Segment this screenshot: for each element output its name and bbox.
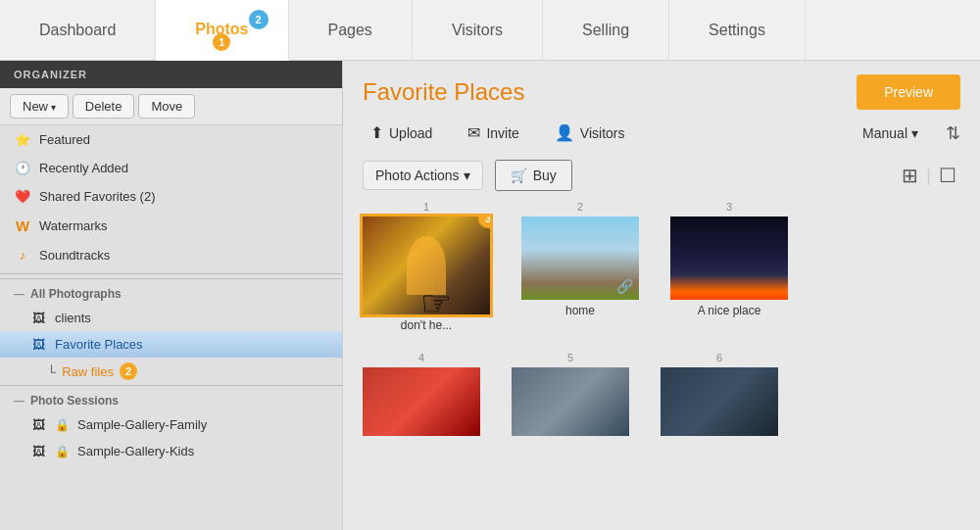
sort-icon[interactable]: ⇅: [946, 122, 960, 144]
move-button[interactable]: Move: [138, 94, 195, 119]
nav-tab-visitors[interactable]: Visitors: [413, 0, 543, 60]
delete-button[interactable]: Delete: [73, 94, 135, 119]
lock-icon: 🔒: [55, 445, 70, 458]
nav-tab-visitors-label: Visitors: [452, 22, 503, 39]
watermarks-icon: W: [14, 217, 31, 234]
main-content: Favorite Places Preview ⬆ Upload ✉ Invit…: [343, 61, 980, 530]
photo-grid-row-2: 4 5 6: [343, 352, 980, 440]
photo-thumb-6[interactable]: [661, 367, 778, 436]
all-photographs-section: — All Photographs: [0, 278, 342, 305]
page-title: Favorite Places: [363, 78, 524, 106]
photo-cell-2: 2 🔗 home: [521, 201, 639, 332]
heart-icon: ❤️: [14, 189, 31, 204]
gallery-icon: 🖼: [29, 444, 47, 458]
nav-tab-dashboard[interactable]: Dashboard: [0, 0, 156, 60]
photo-cell-3: 3 A nice place: [670, 201, 788, 332]
manual-dropdown[interactable]: Manual ▾: [862, 125, 918, 141]
collapse-icon: —: [14, 288, 24, 300]
nav-tab-selling-label: Selling: [582, 22, 629, 39]
main-layout: ORGANIZER New Delete Move ⭐ Featured 🕐 R…: [0, 61, 980, 530]
sidebar: ORGANIZER New Delete Move ⭐ Featured 🕐 R…: [0, 61, 343, 530]
sidebar-item-recently-added[interactable]: 🕐 Recently Added: [0, 154, 342, 182]
top-navigation: Dashboard Photos 2 1 Pages Visitors Sell…: [0, 0, 980, 61]
sidebar-item-sample-kids[interactable]: 🖼 🔒 Sample-Gallery-Kids: [0, 438, 342, 464]
photo-thumb-1[interactable]: 3 ☞: [363, 217, 490, 314]
single-view-icon[interactable]: ☐: [935, 160, 960, 191]
gallery-icon: 🖼: [29, 337, 47, 352]
photos-badge: 2: [249, 10, 269, 29]
photo-thumb-2[interactable]: 🔗: [521, 217, 639, 300]
sidebar-item-sample-family[interactable]: 🖼 🔒 Sample-Gallery-Family: [0, 411, 342, 438]
buy-button[interactable]: 🛒 Buy: [495, 160, 572, 191]
photo-cell-6: 6: [661, 352, 778, 440]
photo-sessions-section: — Photo Sessions: [0, 385, 342, 411]
nav-tab-settings[interactable]: Settings: [669, 0, 806, 60]
main-toolbar: ⬆ Upload ✉ Invite 👤 Visitors Manual ▾ ⇅: [343, 120, 980, 156]
sidebar-item-featured[interactable]: ⭐ Featured: [0, 125, 342, 154]
cart-icon: 🛒: [511, 168, 527, 183]
sidebar-item-raw-files[interactable]: └ Raw files 2: [0, 358, 342, 385]
gallery-icon: 🖼: [29, 417, 47, 432]
sidebar-item-shared-favorites[interactable]: ❤️ Shared Favorites (2): [0, 182, 342, 211]
visitors-button[interactable]: 👤 Visitors: [547, 120, 633, 146]
nav-tab-dashboard-label: Dashboard: [39, 22, 116, 39]
photo-thumb-5[interactable]: [512, 367, 629, 436]
photo-cell-5: 5: [512, 352, 629, 440]
photo-actions-button[interactable]: Photo Actions ▾: [363, 161, 483, 190]
chevron-down-icon: ▾: [911, 125, 918, 141]
nav-tab-pages[interactable]: Pages: [289, 0, 413, 60]
link-icon: 🔗: [616, 278, 633, 294]
sidebar-item-clients[interactable]: 🖼 clients: [0, 305, 342, 331]
step-2-badge: 2: [120, 362, 137, 380]
photo-thumb-4[interactable]: [363, 367, 480, 436]
sidebar-toolbar: New Delete Move: [0, 88, 342, 125]
new-button[interactable]: New: [10, 94, 69, 119]
nav-tab-selling[interactable]: Selling: [543, 0, 669, 60]
upload-icon: ⬆: [370, 123, 383, 142]
sidebar-item-soundtracks[interactable]: ♪ Soundtracks: [0, 241, 342, 269]
grid-view-icon[interactable]: ⊞: [898, 160, 922, 191]
photo-thumb-3[interactable]: [670, 217, 788, 300]
mail-icon: ✉: [467, 123, 480, 142]
action-toolbar: Photo Actions ▾ 🛒 Buy ⊞ | ☐: [343, 156, 980, 201]
photo-label-3: A nice place: [698, 304, 761, 317]
nav-tab-pages-label: Pages: [328, 22, 372, 39]
chevron-down-icon: ▾: [464, 168, 470, 183]
photo-label-1: don't he...: [401, 318, 452, 332]
collapse-icon: —: [14, 395, 24, 407]
photo-cell-1: 1 3 ☞ don't he...: [363, 201, 490, 332]
view-divider: |: [926, 166, 931, 186]
preview-button[interactable]: Preview: [857, 74, 960, 110]
nav-tab-settings-label: Settings: [709, 22, 765, 39]
photo-label-2: home: [565, 304, 595, 317]
nav-tab-photos[interactable]: Photos 2 1: [156, 0, 288, 61]
star-icon: ⭐: [14, 132, 31, 147]
main-header: Favorite Places Preview: [343, 61, 980, 120]
photos-step-badge: 1: [213, 33, 230, 51]
invite-button[interactable]: ✉ Invite: [460, 120, 526, 146]
clock-icon: 🕐: [14, 161, 31, 175]
photo-cell-4: 4: [363, 352, 480, 440]
photo-grid-row-1: 1 3 ☞ don't he... 2 🔗 home: [343, 201, 980, 332]
lock-icon: 🔒: [55, 418, 70, 432]
person-icon: 👤: [555, 123, 574, 142]
music-icon: ♪: [14, 248, 31, 263]
sidebar-header: ORGANIZER: [0, 61, 342, 88]
sidebar-item-favorite-places[interactable]: 🖼 Favorite Places: [0, 331, 342, 358]
upload-button[interactable]: ⬆ Upload: [363, 120, 440, 146]
view-options: ⊞ | ☐: [898, 160, 960, 191]
gallery-icon: 🖼: [29, 311, 47, 325]
sidebar-item-watermarks[interactable]: W Watermarks: [0, 211, 342, 241]
